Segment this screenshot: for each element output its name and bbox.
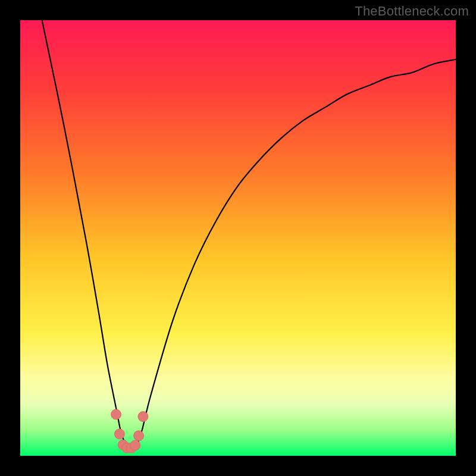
curve-marker bbox=[134, 431, 144, 441]
watermark-text: TheBottleneck.com bbox=[355, 4, 469, 19]
chart-frame: TheBottleneck.com bbox=[0, 0, 476, 476]
curve-marker bbox=[130, 440, 140, 450]
plot-svg bbox=[20, 20, 456, 456]
curve-marker bbox=[138, 412, 148, 422]
curve-marker bbox=[111, 409, 121, 419]
curve-marker bbox=[114, 429, 124, 439]
plot-area bbox=[20, 20, 456, 456]
